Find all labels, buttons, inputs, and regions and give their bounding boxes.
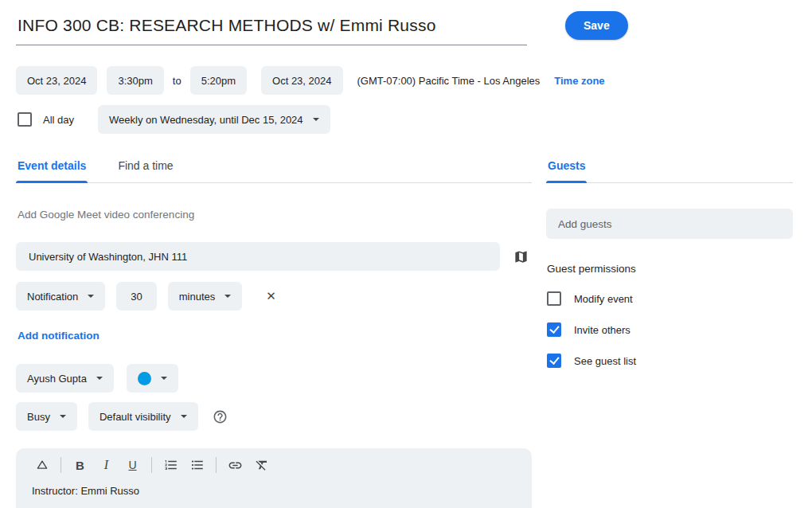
- end-time-chip[interactable]: 5:20pm: [190, 66, 247, 95]
- event-color-swatch: [138, 372, 151, 385]
- notification-minutes-input[interactable]: 30: [116, 282, 156, 311]
- to-label: to: [173, 75, 182, 87]
- location-row: University of Washington, JHN 111: [16, 242, 532, 271]
- permission-label: See guest list: [574, 355, 636, 367]
- permission-row-invite-others: Invite others: [546, 322, 793, 337]
- notification-type-dropdown[interactable]: Notification: [16, 282, 105, 311]
- add-guests-input[interactable]: [546, 209, 793, 239]
- invite-others-checkbox[interactable]: [547, 322, 561, 337]
- toolbar-divider: [61, 457, 61, 473]
- guests-tabs: Guests: [546, 159, 793, 183]
- datetime-row: Oct 23, 2024 3:30pm to 5:20pm Oct 23, 20…: [16, 66, 793, 95]
- tab-find-a-time[interactable]: Find a time: [116, 159, 174, 182]
- permission-row-see-guest-list: See guest list: [546, 354, 793, 368]
- event-details-column: Event details Find a time Add Google Mee…: [16, 159, 532, 508]
- all-day-checkbox[interactable]: [18, 112, 32, 127]
- insert-link-icon[interactable]: [222, 455, 248, 475]
- notification-row: Notification 30 minutes ✕: [16, 282, 532, 311]
- event-color-dropdown[interactable]: [127, 364, 178, 393]
- description-box: B I U: [16, 448, 532, 508]
- permission-label: Invite others: [574, 324, 630, 336]
- recurrence-dropdown[interactable]: Weekly on Wednesday, until Dec 15, 2024: [98, 105, 330, 134]
- visibility-value: Default visibility: [100, 411, 171, 423]
- notification-unit-value: minutes: [179, 291, 216, 303]
- event-title[interactable]: INFO 300 CB: RESEARCH METHODS w/ Emmi Ru…: [18, 16, 527, 35]
- help-icon[interactable]: [213, 409, 228, 424]
- clear-formatting-icon[interactable]: [248, 455, 275, 475]
- all-day-label: All day: [43, 114, 74, 126]
- header: INFO 300 CB: RESEARCH METHODS w/ Emmi Ru…: [16, 10, 793, 45]
- notification-unit-dropdown[interactable]: minutes: [168, 282, 243, 311]
- allday-row: All day Weekly on Wednesday, until Dec 1…: [16, 105, 793, 134]
- toolbar-divider: [151, 457, 152, 473]
- bulleted-list-icon[interactable]: [184, 455, 210, 475]
- visibility-dropdown[interactable]: Default visibility: [88, 402, 198, 431]
- remove-notification-icon[interactable]: ✕: [266, 289, 276, 303]
- location-value: University of Washington, JHN 111: [29, 251, 187, 263]
- availability-value: Busy: [27, 411, 50, 423]
- add-notification-link[interactable]: Add notification: [16, 330, 532, 342]
- numbered-list-icon[interactable]: [158, 455, 184, 475]
- description-input[interactable]: Instructor: Emmi Russo: [16, 479, 532, 508]
- dropdown-arrow-icon: [60, 415, 66, 418]
- see-guest-list-checkbox[interactable]: [547, 354, 561, 368]
- recurrence-value: Weekly on Wednesday, until Dec 15, 2024: [109, 114, 303, 126]
- permission-label: Modify event: [574, 293, 633, 305]
- event-title-field[interactable]: INFO 300 CB: RESEARCH METHODS w/ Emmi Ru…: [16, 10, 527, 45]
- calendar-owner-row: Ayush Gupta: [16, 364, 532, 393]
- location-input[interactable]: University of Washington, JHN 111: [16, 242, 500, 271]
- calendar-owner-dropdown[interactable]: Ayush Gupta: [16, 364, 114, 393]
- start-time-chip[interactable]: 3:30pm: [107, 66, 163, 95]
- guest-permissions-title: Guest permissions: [546, 263, 793, 275]
- toolbar-divider: [216, 457, 217, 473]
- dropdown-arrow-icon: [88, 295, 94, 298]
- dropdown-arrow-icon: [161, 377, 167, 380]
- italic-icon[interactable]: I: [93, 455, 119, 475]
- timezone-link[interactable]: Time zone: [554, 75, 604, 87]
- modify-event-checkbox[interactable]: [547, 291, 561, 306]
- calendar-owner-value: Ayush Gupta: [27, 373, 87, 385]
- formatting-options-icon[interactable]: [29, 455, 55, 475]
- bold-icon[interactable]: B: [67, 455, 93, 475]
- availability-row: Busy Default visibility: [16, 402, 532, 431]
- tab-event-details[interactable]: Event details: [16, 159, 88, 182]
- availability-dropdown[interactable]: Busy: [16, 402, 77, 431]
- add-google-meet-button[interactable]: Add Google Meet video conferencing: [16, 209, 532, 221]
- end-date-chip[interactable]: Oct 23, 2024: [261, 66, 342, 95]
- guests-column: Guests Guest permissions Modify event In…: [546, 159, 793, 508]
- underline-icon[interactable]: U: [119, 455, 146, 475]
- dropdown-arrow-icon: [224, 295, 231, 298]
- description-toolbar: B I U: [16, 448, 532, 479]
- event-edit-page: INFO 300 CB: RESEARCH METHODS w/ Emmi Ru…: [0, 0, 812, 508]
- details-tabs: Event details Find a time: [16, 159, 532, 183]
- dropdown-arrow-icon: [96, 377, 103, 380]
- main-columns: Event details Find a time Add Google Mee…: [16, 159, 793, 508]
- notification-type-value: Notification: [27, 291, 78, 303]
- tab-guests[interactable]: Guests: [546, 159, 587, 182]
- start-date-chip[interactable]: Oct 23, 2024: [16, 66, 97, 95]
- dropdown-arrow-icon: [313, 118, 319, 121]
- dropdown-arrow-icon: [181, 415, 187, 418]
- map-icon[interactable]: [513, 249, 529, 264]
- timezone-text: (GMT-07:00) Pacific Time - Los Angeles: [357, 75, 541, 87]
- save-button[interactable]: Save: [565, 11, 628, 40]
- permission-row-modify-event: Modify event: [546, 291, 793, 306]
